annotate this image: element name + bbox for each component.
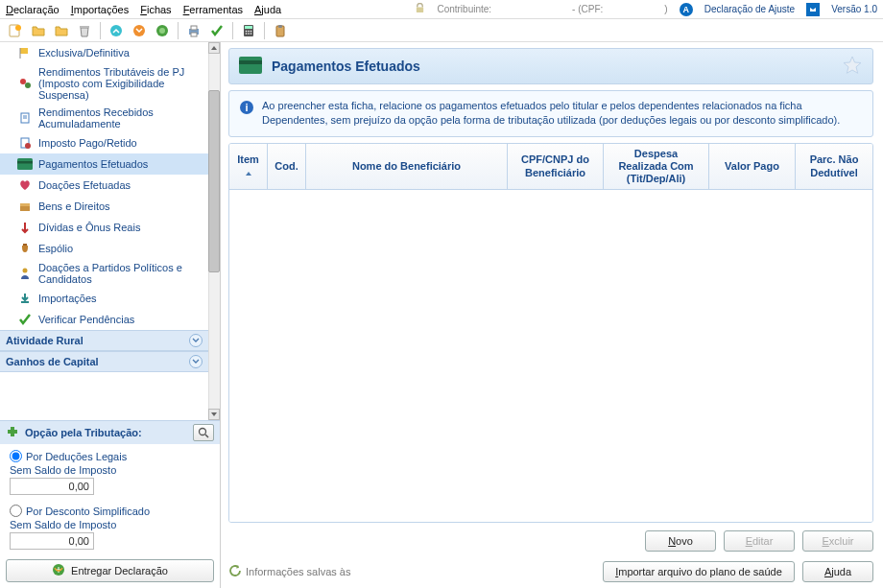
globe-deliver-icon [52, 563, 65, 578]
radio-deducoes-legais[interactable]: Por Deduções Legais [10, 448, 210, 464]
pj-icon [17, 76, 33, 91]
version-label: Versão 1.0 [831, 4, 877, 14]
svg-point-38 [200, 429, 206, 435]
sidebar-item-3[interactable]: Imposto Pago/Retido [0, 132, 208, 153]
menu-importacoes[interactable]: Importações [71, 4, 130, 15]
svg-rect-37 [21, 301, 29, 303]
sidebar-item-label: Pagamentos Efetuados [38, 158, 148, 170]
svg-rect-10 [191, 26, 197, 30]
menu-fichas[interactable]: Fichas [140, 4, 171, 15]
sidebar-item-11[interactable]: Verificar Pendências [0, 309, 208, 330]
tb-globe-cyan-icon[interactable] [107, 21, 126, 40]
svg-rect-0 [417, 8, 423, 12]
urn-icon [17, 241, 33, 256]
tb-folder-icon[interactable] [52, 21, 71, 40]
col-2[interactable]: Nome do Beneficiário [306, 144, 508, 190]
svg-rect-32 [17, 161, 33, 164]
puzzle-icon [6, 425, 21, 440]
scrollbar-thumb[interactable] [208, 90, 220, 272]
menu-declaracao[interactable]: Declaração [6, 4, 60, 15]
saldo-value-1: 0,00 [10, 478, 94, 495]
tax-icon [17, 135, 33, 151]
col-1[interactable]: Cod. [268, 144, 306, 190]
sidebar-item-label: Verificar Pendências [38, 314, 134, 325]
menu-ferramentas[interactable]: Ferramentas [183, 4, 243, 15]
sidebar-item-0[interactable]: Exclusiva/Definitiva [0, 42, 208, 63]
svg-rect-4 [80, 26, 89, 28]
saldo-label-1: Sem Saldo de Imposto [10, 464, 210, 476]
doc-icon [17, 110, 33, 126]
svg-line-39 [205, 435, 208, 437]
import-health-button[interactable]: Importar arquivo do plano de saúde [603, 561, 795, 582]
contributor-label: Contribuinte: [437, 4, 491, 14]
editar-button[interactable]: Editar [724, 530, 795, 552]
col-6[interactable]: Parc. Não Dedutível [796, 144, 872, 190]
col-4[interactable]: Despesa Realizada Com (Tit/Dep/Ali) [604, 144, 709, 190]
sidebar-item-1[interactable]: Rendimentos Tributáveis de PJ (Imposto c… [0, 63, 208, 104]
tb-globe-green-icon[interactable] [153, 21, 172, 40]
sidebar-item-8[interactable]: Espólio [0, 238, 208, 259]
sidebar-item-10[interactable]: Importações [0, 288, 208, 309]
radio-desconto-simplificado[interactable]: Por Desconto Simplificado [10, 503, 210, 519]
tb-trash-icon[interactable] [75, 21, 94, 40]
check-icon [17, 312, 33, 327]
svg-rect-13 [245, 26, 252, 29]
sidebar-item-label: Dívidas e Ônus Reais [38, 222, 140, 233]
scroll-up-button[interactable] [208, 42, 220, 54]
sidebar-item-label: Importações [38, 293, 97, 304]
flag-icon [17, 45, 33, 60]
tb-check-green-icon[interactable] [207, 21, 227, 40]
decl-type: Declaração de Ajuste [704, 4, 796, 14]
version-icon [806, 3, 820, 16]
col-3[interactable]: CPF/CNPJ do Beneficiário [508, 144, 604, 190]
chevron-down-icon [189, 334, 203, 347]
debt-icon [17, 220, 33, 235]
svg-point-18 [248, 33, 250, 35]
section-atividade-rural[interactable]: Atividade Rural [0, 330, 208, 351]
sidebar-item-6[interactable]: Bens e Direitos [0, 196, 208, 217]
svg-rect-22 [20, 48, 28, 54]
sidebar-item-5[interactable]: Doações Efetuadas [0, 175, 208, 196]
col-0[interactable]: Item [229, 144, 268, 190]
sidebar-item-label: Rendimentos Tributáveis de PJ (Imposto c… [38, 66, 204, 101]
sidebar-item-label: Espólio [38, 243, 73, 254]
page-title: Pagamentos Efetuados [272, 59, 420, 74]
sidebar-item-9[interactable]: Doações a Partidos Políticos e Candidato… [0, 259, 208, 288]
badge-a-icon: A [680, 3, 693, 16]
tb-calculator-icon[interactable] [239, 21, 258, 40]
sidebar-item-label: Imposto Pago/Retido [38, 137, 137, 149]
saldo-label-2: Sem Saldo de Imposto [10, 519, 210, 530]
excluir-button[interactable]: Excluir [802, 530, 873, 552]
tb-globe-orange-icon[interactable] [130, 21, 149, 40]
scroll-down-button[interactable] [208, 409, 220, 420]
svg-text:i: i [245, 102, 248, 113]
sidebar-item-4[interactable]: Pagamentos Efetuados [0, 153, 208, 175]
person-icon [17, 266, 33, 281]
tb-print-icon[interactable] [184, 21, 203, 40]
section-ganhos-capital[interactable]: Ganhos de Capital [0, 351, 208, 372]
search-button[interactable] [193, 424, 214, 441]
sidebar-item-label: Doações a Partidos Políticos e Candidato… [38, 262, 204, 285]
deliver-button[interactable]: Entregar Declaração [6, 559, 214, 582]
svg-point-16 [251, 30, 252, 32]
menu-ajuda[interactable]: Ajuda [254, 4, 281, 15]
svg-rect-42 [239, 60, 262, 64]
sidebar-item-2[interactable]: Rendimentos Recebidos Acumuladamente [0, 104, 208, 132]
tb-open-icon[interactable] [29, 21, 48, 40]
novo-button[interactable]: Novo [645, 530, 716, 552]
svg-rect-35 [23, 244, 27, 246]
cpf-label: - (CPF: [572, 4, 603, 14]
sidebar-item-7[interactable]: Dívidas e Ônus Reais [0, 217, 208, 238]
col-5[interactable]: Valor Pago [709, 144, 796, 190]
help-button[interactable]: Ajuda [802, 561, 873, 582]
svg-point-19 [251, 33, 252, 35]
svg-point-14 [246, 30, 248, 32]
sidebar-item-label: Exclusiva/Definitiva [38, 47, 130, 59]
sidebar-item-label: Doações Efetuadas [38, 179, 131, 191]
lock-icon [415, 3, 425, 15]
tb-clipboard-icon[interactable] [271, 21, 290, 40]
star-icon[interactable] [842, 55, 863, 78]
tb-new-icon[interactable] [6, 21, 25, 40]
heart-icon [17, 177, 33, 193]
svg-rect-34 [20, 203, 30, 206]
